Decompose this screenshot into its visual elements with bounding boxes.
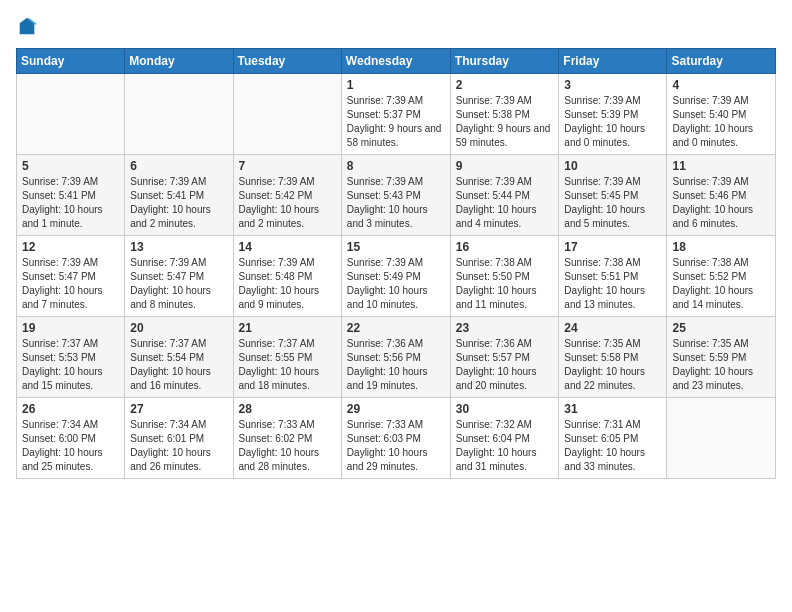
- day-info: Sunrise: 7:36 AMSunset: 5:56 PMDaylight:…: [347, 337, 445, 393]
- day-number: 16: [456, 240, 554, 254]
- day-number: 19: [22, 321, 119, 335]
- day-number: 11: [672, 159, 770, 173]
- day-info: Sunrise: 7:37 AMSunset: 5:54 PMDaylight:…: [130, 337, 227, 393]
- logo-icon: [16, 16, 38, 38]
- day-info: Sunrise: 7:39 AMSunset: 5:38 PMDaylight:…: [456, 94, 554, 150]
- day-number: 9: [456, 159, 554, 173]
- day-info: Sunrise: 7:39 AMSunset: 5:43 PMDaylight:…: [347, 175, 445, 231]
- calendar-cell: [17, 74, 125, 155]
- calendar-cell: 15Sunrise: 7:39 AMSunset: 5:49 PMDayligh…: [341, 236, 450, 317]
- day-number: 18: [672, 240, 770, 254]
- day-info: Sunrise: 7:33 AMSunset: 6:02 PMDaylight:…: [239, 418, 336, 474]
- calendar-cell: 5Sunrise: 7:39 AMSunset: 5:41 PMDaylight…: [17, 155, 125, 236]
- day-header-friday: Friday: [559, 49, 667, 74]
- calendar-cell: 3Sunrise: 7:39 AMSunset: 5:39 PMDaylight…: [559, 74, 667, 155]
- day-number: 14: [239, 240, 336, 254]
- calendar-cell: 24Sunrise: 7:35 AMSunset: 5:58 PMDayligh…: [559, 317, 667, 398]
- day-info: Sunrise: 7:35 AMSunset: 5:59 PMDaylight:…: [672, 337, 770, 393]
- day-info: Sunrise: 7:39 AMSunset: 5:49 PMDaylight:…: [347, 256, 445, 312]
- day-number: 2: [456, 78, 554, 92]
- day-info: Sunrise: 7:39 AMSunset: 5:40 PMDaylight:…: [672, 94, 770, 150]
- day-info: Sunrise: 7:34 AMSunset: 6:01 PMDaylight:…: [130, 418, 227, 474]
- day-header-wednesday: Wednesday: [341, 49, 450, 74]
- day-number: 22: [347, 321, 445, 335]
- day-info: Sunrise: 7:39 AMSunset: 5:42 PMDaylight:…: [239, 175, 336, 231]
- calendar-cell: 16Sunrise: 7:38 AMSunset: 5:50 PMDayligh…: [450, 236, 559, 317]
- day-number: 31: [564, 402, 661, 416]
- calendar-cell: 14Sunrise: 7:39 AMSunset: 5:48 PMDayligh…: [233, 236, 341, 317]
- day-number: 29: [347, 402, 445, 416]
- calendar-cell: 28Sunrise: 7:33 AMSunset: 6:02 PMDayligh…: [233, 398, 341, 479]
- day-info: Sunrise: 7:39 AMSunset: 5:45 PMDaylight:…: [564, 175, 661, 231]
- day-number: 15: [347, 240, 445, 254]
- calendar-cell: 1Sunrise: 7:39 AMSunset: 5:37 PMDaylight…: [341, 74, 450, 155]
- day-info: Sunrise: 7:34 AMSunset: 6:00 PMDaylight:…: [22, 418, 119, 474]
- calendar-cell: 7Sunrise: 7:39 AMSunset: 5:42 PMDaylight…: [233, 155, 341, 236]
- page-header: [16, 16, 776, 38]
- day-number: 3: [564, 78, 661, 92]
- calendar-cell: [233, 74, 341, 155]
- calendar-cell: [667, 398, 776, 479]
- day-info: Sunrise: 7:35 AMSunset: 5:58 PMDaylight:…: [564, 337, 661, 393]
- day-info: Sunrise: 7:38 AMSunset: 5:50 PMDaylight:…: [456, 256, 554, 312]
- calendar-cell: 4Sunrise: 7:39 AMSunset: 5:40 PMDaylight…: [667, 74, 776, 155]
- day-info: Sunrise: 7:39 AMSunset: 5:47 PMDaylight:…: [130, 256, 227, 312]
- calendar-cell: 11Sunrise: 7:39 AMSunset: 5:46 PMDayligh…: [667, 155, 776, 236]
- calendar-cell: [125, 74, 233, 155]
- day-number: 23: [456, 321, 554, 335]
- calendar-cell: 9Sunrise: 7:39 AMSunset: 5:44 PMDaylight…: [450, 155, 559, 236]
- day-number: 17: [564, 240, 661, 254]
- calendar-cell: 27Sunrise: 7:34 AMSunset: 6:01 PMDayligh…: [125, 398, 233, 479]
- day-info: Sunrise: 7:39 AMSunset: 5:37 PMDaylight:…: [347, 94, 445, 150]
- day-number: 28: [239, 402, 336, 416]
- calendar-cell: 19Sunrise: 7:37 AMSunset: 5:53 PMDayligh…: [17, 317, 125, 398]
- day-info: Sunrise: 7:31 AMSunset: 6:05 PMDaylight:…: [564, 418, 661, 474]
- calendar-week-row-1: 1Sunrise: 7:39 AMSunset: 5:37 PMDaylight…: [17, 74, 776, 155]
- calendar-cell: 31Sunrise: 7:31 AMSunset: 6:05 PMDayligh…: [559, 398, 667, 479]
- calendar-cell: 20Sunrise: 7:37 AMSunset: 5:54 PMDayligh…: [125, 317, 233, 398]
- day-number: 25: [672, 321, 770, 335]
- day-info: Sunrise: 7:38 AMSunset: 5:51 PMDaylight:…: [564, 256, 661, 312]
- calendar-week-row-3: 12Sunrise: 7:39 AMSunset: 5:47 PMDayligh…: [17, 236, 776, 317]
- day-number: 24: [564, 321, 661, 335]
- calendar-cell: 2Sunrise: 7:39 AMSunset: 5:38 PMDaylight…: [450, 74, 559, 155]
- day-number: 1: [347, 78, 445, 92]
- calendar-cell: 6Sunrise: 7:39 AMSunset: 5:41 PMDaylight…: [125, 155, 233, 236]
- day-info: Sunrise: 7:33 AMSunset: 6:03 PMDaylight:…: [347, 418, 445, 474]
- day-header-saturday: Saturday: [667, 49, 776, 74]
- day-number: 5: [22, 159, 119, 173]
- day-info: Sunrise: 7:39 AMSunset: 5:47 PMDaylight:…: [22, 256, 119, 312]
- calendar-cell: 17Sunrise: 7:38 AMSunset: 5:51 PMDayligh…: [559, 236, 667, 317]
- calendar-cell: 21Sunrise: 7:37 AMSunset: 5:55 PMDayligh…: [233, 317, 341, 398]
- day-header-thursday: Thursday: [450, 49, 559, 74]
- day-number: 13: [130, 240, 227, 254]
- day-number: 6: [130, 159, 227, 173]
- day-number: 7: [239, 159, 336, 173]
- calendar-cell: 22Sunrise: 7:36 AMSunset: 5:56 PMDayligh…: [341, 317, 450, 398]
- day-info: Sunrise: 7:39 AMSunset: 5:39 PMDaylight:…: [564, 94, 661, 150]
- calendar-week-row-4: 19Sunrise: 7:37 AMSunset: 5:53 PMDayligh…: [17, 317, 776, 398]
- calendar-cell: 30Sunrise: 7:32 AMSunset: 6:04 PMDayligh…: [450, 398, 559, 479]
- day-info: Sunrise: 7:37 AMSunset: 5:55 PMDaylight:…: [239, 337, 336, 393]
- calendar-cell: 12Sunrise: 7:39 AMSunset: 5:47 PMDayligh…: [17, 236, 125, 317]
- calendar-cell: 25Sunrise: 7:35 AMSunset: 5:59 PMDayligh…: [667, 317, 776, 398]
- day-number: 8: [347, 159, 445, 173]
- calendar-cell: 23Sunrise: 7:36 AMSunset: 5:57 PMDayligh…: [450, 317, 559, 398]
- day-number: 26: [22, 402, 119, 416]
- day-info: Sunrise: 7:39 AMSunset: 5:46 PMDaylight:…: [672, 175, 770, 231]
- day-info: Sunrise: 7:32 AMSunset: 6:04 PMDaylight:…: [456, 418, 554, 474]
- day-info: Sunrise: 7:38 AMSunset: 5:52 PMDaylight:…: [672, 256, 770, 312]
- calendar-header-row: SundayMondayTuesdayWednesdayThursdayFrid…: [17, 49, 776, 74]
- calendar-cell: 18Sunrise: 7:38 AMSunset: 5:52 PMDayligh…: [667, 236, 776, 317]
- day-info: Sunrise: 7:39 AMSunset: 5:41 PMDaylight:…: [130, 175, 227, 231]
- calendar-cell: 26Sunrise: 7:34 AMSunset: 6:00 PMDayligh…: [17, 398, 125, 479]
- logo: [16, 16, 42, 38]
- day-number: 20: [130, 321, 227, 335]
- day-number: 10: [564, 159, 661, 173]
- day-info: Sunrise: 7:37 AMSunset: 5:53 PMDaylight:…: [22, 337, 119, 393]
- calendar-cell: 13Sunrise: 7:39 AMSunset: 5:47 PMDayligh…: [125, 236, 233, 317]
- day-header-monday: Monday: [125, 49, 233, 74]
- calendar-cell: 29Sunrise: 7:33 AMSunset: 6:03 PMDayligh…: [341, 398, 450, 479]
- day-info: Sunrise: 7:36 AMSunset: 5:57 PMDaylight:…: [456, 337, 554, 393]
- day-number: 30: [456, 402, 554, 416]
